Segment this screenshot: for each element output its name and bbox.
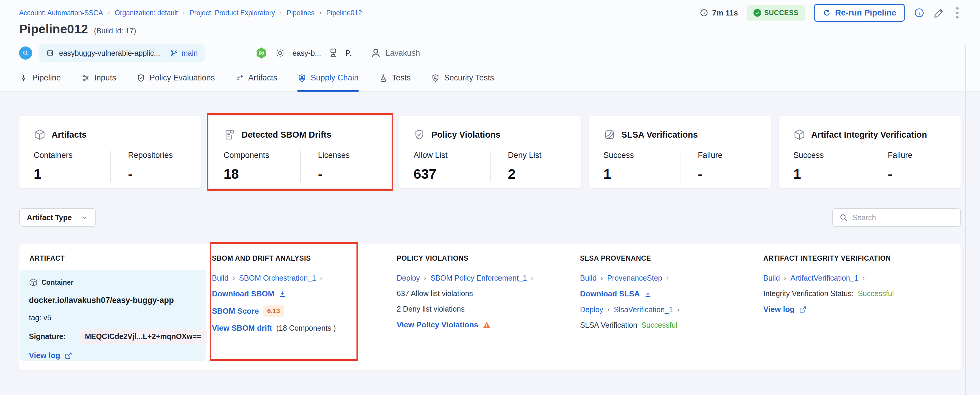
search-icon <box>839 213 848 222</box>
allow-list-violations: 637 Allow list violations <box>397 289 473 298</box>
chevron-separator: › <box>320 274 322 282</box>
repo-pill[interactable]: easybuggy-vulnerable-applic... main <box>39 44 205 62</box>
summary-cards: Artifacts Containers1 Repositories- Dete… <box>19 115 961 189</box>
column-header-sbom: SBOM AND DRIFT ANALYSIS <box>212 254 397 262</box>
tab-label: Pipeline <box>32 73 61 82</box>
view-log-link[interactable]: View log <box>763 305 795 314</box>
stat-value: 1 <box>34 166 110 182</box>
branch-selector[interactable]: main <box>170 49 197 57</box>
meta-divider <box>361 45 361 61</box>
sbom-score-link[interactable]: SBOM Score <box>212 306 259 316</box>
card-title: Detected SBOM Drifts <box>242 130 331 140</box>
tab-label: Inputs <box>94 73 116 82</box>
supply-chain-shield-icon <box>298 74 306 82</box>
tab-security-tests[interactable]: Security Tests <box>431 73 494 92</box>
artifact-type-dropdown[interactable]: Artifact Type <box>19 208 96 227</box>
status-badge: SUCCESS <box>747 5 805 21</box>
user-icon <box>370 48 382 59</box>
card-slsa-verifications: SLSA Verifications Success1 Failure- <box>589 115 771 189</box>
info-icon[interactable] <box>914 8 924 18</box>
artifact-type: Container <box>41 279 73 287</box>
chevron-separator: › <box>677 306 679 314</box>
breadcrumb-separator: › <box>280 9 282 17</box>
document-cube-icon <box>224 128 235 141</box>
step-link-artifact-verification[interactable]: ArtifactVerification_1 <box>791 274 858 282</box>
stat-value: 18 <box>224 166 300 182</box>
breadcrumb-separator: › <box>319 9 321 17</box>
clock-icon <box>700 8 708 17</box>
duration-value: 7m 11s <box>712 8 738 17</box>
integrity-status: Successful <box>858 289 894 298</box>
download-slsa-link[interactable]: Download SLSA <box>580 289 640 298</box>
breadcrumb-account[interactable]: Account: Automation-SSCA <box>19 9 103 17</box>
step-link-provenance[interactable]: ProvenanceStep <box>607 274 662 282</box>
scrollbar[interactable] <box>965 45 966 395</box>
tab-inputs[interactable]: Inputs <box>81 73 116 92</box>
repo-name: easybuggy-vulnerable-applic... <box>59 49 160 57</box>
step-link-sbom-orchestration[interactable]: SBOM Orchestration_1 <box>239 274 316 282</box>
stat-value: 1 <box>794 166 870 182</box>
stage-link-build[interactable]: Build <box>580 274 597 282</box>
breadcrumb: Account: Automation-SSCA › Organization:… <box>19 9 362 17</box>
tab-tests[interactable]: Tests <box>379 73 411 92</box>
chevron-separator: › <box>233 274 235 282</box>
rerun-pipeline-button[interactable]: Re-run Pipeline <box>814 4 905 22</box>
stat-label: Deny List <box>508 151 566 160</box>
chevron-separator: › <box>601 274 603 282</box>
cube-icon <box>29 278 38 287</box>
artifact-cell: Container docker.io/lavakush07/easy-bugg… <box>20 270 206 361</box>
stage-link-deploy[interactable]: Deploy <box>580 305 603 314</box>
check-circle-icon <box>754 9 761 17</box>
user-name: Lavakush <box>386 49 420 58</box>
slsa-verification-status: Successful <box>641 321 678 330</box>
stage-link-deploy[interactable]: Deploy <box>397 274 420 282</box>
stat-label: Repositories <box>128 151 187 160</box>
tab-pipeline[interactable]: Pipeline <box>19 73 61 92</box>
policy-violations-cell: Deploy › SBOM Policy Enforcement_1 › 637… <box>397 270 580 361</box>
git-branch-icon <box>170 49 178 57</box>
sbom-score-badge: 6.13 <box>263 305 284 317</box>
column-header-artifact: ARTIFACT <box>19 254 212 262</box>
view-policy-violations-link[interactable]: View Policy Violations <box>397 320 478 330</box>
connector-hexagon-icon <box>255 46 268 60</box>
stat-label: Success <box>794 151 870 160</box>
search-box[interactable] <box>832 208 961 227</box>
status-label: SUCCESS <box>764 9 799 17</box>
edit-pencil-icon[interactable] <box>934 7 945 19</box>
column-header-integrity: ARTIFACT INTEGRITY VERIFICATION <box>763 254 961 262</box>
tab-artifacts[interactable]: Artifacts <box>235 73 277 92</box>
breadcrumb-separator: › <box>183 9 185 17</box>
chevron-separator: › <box>667 274 668 282</box>
view-log-link[interactable]: View log <box>29 351 199 360</box>
tab-supply-chain[interactable]: Supply Chain <box>298 73 358 92</box>
more-options-menu-icon[interactable] <box>954 6 961 20</box>
breadcrumb-pipeline012[interactable]: Pipeline012 <box>326 9 362 17</box>
card-title: Policy Violations <box>431 130 500 140</box>
stat-label: Licenses <box>318 151 377 160</box>
flask-icon <box>379 74 388 82</box>
breadcrumb-project[interactable]: Project: Product Exploratory <box>189 9 275 17</box>
stage-link-build[interactable]: Build <box>763 274 780 282</box>
chevron-separator: › <box>424 274 426 282</box>
deny-list-violations: 2 Deny list violations <box>397 305 465 313</box>
step-link-slsa-verification[interactable]: SlsaVerification_1 <box>614 305 673 314</box>
cube-icon <box>794 128 805 141</box>
view-sbom-drift-link[interactable]: View SBOM drift <box>212 324 272 333</box>
step-link-policy-enforcement[interactable]: SBOM Policy Enforcement_1 <box>430 274 527 282</box>
stat-label: Success <box>603 151 680 160</box>
chevron-separator: › <box>784 274 786 282</box>
card-policy-violations: Policy Violations Allow List637 Deny Lis… <box>399 115 581 189</box>
tab-policy-evaluations[interactable]: Policy Evaluations <box>137 73 215 92</box>
signature-label: Signature: <box>29 332 66 341</box>
search-input[interactable] <box>853 213 954 222</box>
service-name: easy-b... <box>293 49 321 57</box>
breadcrumb-pipelines[interactable]: Pipelines <box>287 9 315 17</box>
breadcrumb-organization[interactable]: Organization: default <box>115 9 178 17</box>
triggered-by-user: Lavakush <box>370 48 420 59</box>
column-header-policy: POLICY VIOLATIONS <box>397 254 580 262</box>
duration: 7m 11s <box>700 8 738 17</box>
download-sbom-link[interactable]: Download SBOM <box>212 289 274 298</box>
sliders-icon <box>81 74 90 82</box>
stat-label: Failure <box>698 151 756 160</box>
stage-link-build[interactable]: Build <box>212 274 229 282</box>
